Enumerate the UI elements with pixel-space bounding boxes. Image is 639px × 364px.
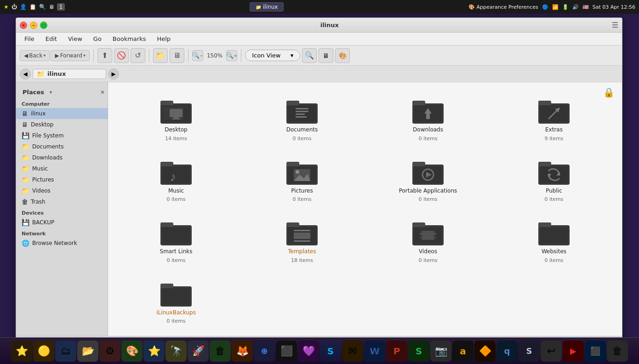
sidebar-item-backup[interactable]: 💾 BACKUP	[16, 217, 108, 228]
search-icon-top[interactable]: 🔍	[39, 4, 46, 10]
back-button[interactable]: ◀ Back ▾	[20, 50, 50, 61]
hamburger-menu[interactable]: ☰	[612, 21, 618, 29]
star-icon[interactable]: ★	[4, 4, 9, 10]
file-item-extras[interactable]: Extras 9 items	[493, 93, 615, 145]
file-item-public[interactable]: Public 0 items	[493, 154, 615, 206]
dock-photo[interactable]: 📷	[430, 341, 451, 362]
file-item-music[interactable]: ♪ Music 0 items	[115, 154, 237, 206]
main-content: Places ▾ ✕ Computer 🖥 ilinux 🖥 Desktop 💾…	[16, 82, 622, 336]
dock-files[interactable]: 🗂	[55, 341, 76, 362]
dock-mail[interactable]: ✉	[342, 341, 363, 362]
close-button[interactable]: ×	[20, 22, 27, 29]
dock-trash4[interactable]: 🗑	[607, 341, 628, 362]
documents-folder-name: Documents	[286, 126, 318, 134]
sidebar-item-desktop[interactable]: 🖥 Desktop	[16, 119, 108, 130]
menu-file[interactable]: File	[20, 34, 39, 44]
view-mode-selector[interactable]: Icon View ▾	[245, 50, 300, 61]
sidebar-item-pictures[interactable]: 📁 Pictures	[16, 174, 108, 185]
forward-dropdown-icon[interactable]: ▾	[83, 53, 86, 58]
dock-qbt[interactable]: q	[496, 341, 518, 362]
maximize-button[interactable]: □	[40, 22, 47, 29]
file-item-backups[interactable]: iLinuxBackups 0 items	[115, 276, 237, 328]
zoom-in-button[interactable]: 🔍+	[226, 50, 237, 61]
dock-bookmark[interactable]: ⭐	[143, 341, 165, 362]
dock-backup2[interactable]: ↩	[541, 341, 562, 362]
sidebar-item-downloads[interactable]: 📁 Downloads	[16, 152, 108, 163]
back-dropdown-icon[interactable]: ▾	[43, 53, 46, 58]
places-arrow-icon[interactable]: ▾	[50, 90, 52, 95]
palette-button[interactable]: 🎨	[335, 48, 350, 63]
preview-button[interactable]: 🖥	[319, 48, 333, 63]
display-icon[interactable]: 🖥	[49, 4, 54, 10]
dock-amazon[interactable]: a	[452, 341, 474, 362]
refresh-button[interactable]: ↺	[131, 48, 145, 63]
separator-4	[241, 49, 241, 62]
menu-bookmarks[interactable]: Bookmarks	[108, 34, 151, 44]
dock-steam[interactable]: S	[519, 341, 540, 362]
dock-word[interactable]: W	[364, 341, 385, 362]
sidebar-item-filesystem[interactable]: 💾 File System	[16, 130, 108, 141]
sidebar-item-documents[interactable]: 📁 Documents	[16, 141, 108, 152]
monitor-button[interactable]: 🖥	[170, 48, 184, 63]
menu-view[interactable]: View	[63, 34, 87, 44]
power-icon[interactable]: ⏻	[11, 4, 17, 10]
sidebar-filesystem-label: File System	[32, 132, 64, 139]
dock-trash-green[interactable]: 🗑	[210, 341, 231, 362]
minimize-button[interactable]: −	[30, 22, 37, 29]
smartlinks-folder-count: 0 items	[166, 257, 185, 263]
file-item-desktop[interactable]: Desktop 14 items	[115, 93, 237, 145]
appearance-pref[interactable]: 🎨 Appearance Preferences	[468, 4, 538, 10]
file-item-templates[interactable]: Templates 18 items	[241, 215, 363, 267]
upload-button[interactable]: ⬆	[97, 48, 112, 63]
file-item-websites[interactable]: Websites 0 items	[493, 215, 615, 267]
dock-binoculars[interactable]: 🔭	[165, 341, 187, 362]
stop-button[interactable]: 🚫	[114, 48, 129, 63]
taskbar-bottom: ⭐ 🟡 🗂 📂 ⚙ 🎨 ⭐ 🔭 🚀 🗑 🦊 ⊕ ⬛ 💜 S ✉ W P S 📷 …	[0, 337, 639, 364]
dock-color[interactable]: 🎨	[121, 341, 143, 362]
forward-arrow-icon: ▶	[55, 52, 59, 59]
dock-teamviewer[interactable]: ⬛	[585, 341, 606, 362]
active-app-button[interactable]: 📁 ilinux	[250, 2, 284, 11]
menu-help[interactable]: Help	[152, 34, 175, 44]
menu-edit[interactable]: Edit	[41, 34, 62, 44]
dock-rocket[interactable]: 🚀	[188, 341, 209, 362]
file-item-pictures[interactable]: Pictures 0 items	[241, 154, 363, 206]
forward-button[interactable]: ▶ Forward ▾	[51, 50, 90, 61]
sidebar-item-music[interactable]: 📁 Music	[16, 163, 108, 174]
dock-vlc[interactable]: 🔶	[474, 341, 496, 362]
sidebar-item-trash[interactable]: 🗑 Trash	[16, 196, 108, 207]
sidebar-item-browse-network[interactable]: 🌐 Browse Network	[16, 238, 108, 249]
dock-docs[interactable]: P	[386, 341, 407, 362]
path-left-button[interactable]: ◀	[20, 68, 31, 80]
dock-sheets[interactable]: S	[408, 341, 429, 362]
dock-viber[interactable]: 💜	[298, 341, 319, 362]
sidebar-close-button[interactable]: ✕	[100, 89, 105, 96]
clipboard-icon[interactable]: 📋	[29, 4, 36, 10]
path-right-button[interactable]: ▶	[108, 68, 119, 80]
sidebar-item-ilinux[interactable]: 🖥 ilinux	[16, 108, 108, 119]
dock-manager[interactable]: 📂	[77, 341, 98, 362]
file-item-videos[interactable]: Videos 0 items	[367, 215, 489, 267]
menu-go[interactable]: Go	[89, 34, 106, 44]
dock-terminal[interactable]: ⬛	[276, 341, 297, 362]
dock-skype[interactable]: S	[320, 341, 341, 362]
file-item-downloads[interactable]: Downloads 0 items	[367, 93, 489, 145]
dock-star[interactable]: ⭐	[11, 341, 32, 362]
file-item-documents[interactable]: Documents 0 items	[241, 93, 363, 145]
user-icon[interactable]: 👤	[20, 4, 27, 10]
dock-anydesk[interactable]: ▶	[563, 341, 584, 362]
pictures-folder-icon	[285, 158, 319, 186]
portable-folder-count: 0 items	[418, 196, 437, 202]
documents-folder-count: 0 items	[292, 136, 311, 142]
file-item-smartlinks[interactable]: Smart Links 0 items	[115, 215, 237, 267]
zoom-out-button[interactable]: 🔍−	[192, 50, 203, 61]
search-button[interactable]: 🔍	[302, 48, 317, 63]
file-item-portable[interactable]: Portable Applications 0 items	[367, 154, 489, 206]
folder-button[interactable]: 📁	[153, 48, 168, 63]
sidebar-item-videos[interactable]: 📁 Videos	[16, 185, 108, 196]
dock-settings[interactable]: ⚙	[99, 341, 120, 362]
dock-apps[interactable]: 🟡	[33, 341, 54, 362]
downloads-icon: 📁	[22, 154, 29, 161]
dock-chrome[interactable]: ⊕	[254, 341, 275, 362]
dock-firefox[interactable]: 🦊	[232, 341, 253, 362]
